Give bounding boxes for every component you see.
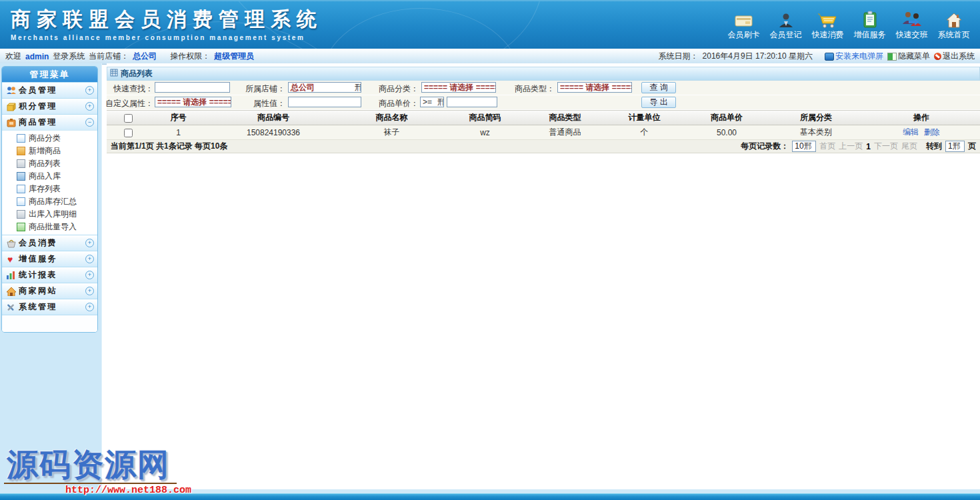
item-label: 商品列表 bbox=[29, 158, 61, 169]
collapse-icon: − bbox=[85, 118, 94, 127]
item-label: 库存列表 bbox=[29, 183, 61, 195]
app-title: 商家联盟会员消费管理系统 bbox=[11, 6, 323, 33]
sidebar-group-points[interactable]: 积分管理 + bbox=[2, 98, 97, 114]
attr-value-label: 属性值： bbox=[253, 98, 285, 109]
sidebar-group-reports[interactable]: 统计报表 + bbox=[2, 267, 97, 283]
watermark-title: 源码资源网 bbox=[4, 449, 177, 484]
members-icon bbox=[5, 85, 17, 95]
filter-row-1: 快速查找： 所属店铺： 总公司 邢 商品分类： ===== 请选择 ===== … bbox=[107, 81, 980, 95]
sidebar-menu: 管理菜单 会员管理 + 积分管理 + 商品管理 − bbox=[1, 66, 98, 333]
price-op-select[interactable]: >= 邢 bbox=[420, 97, 444, 107]
pagination-controls: 每页记录数： 10 邢 首页 上一页 1 下一页 尾页 转到 1 邢 页 bbox=[741, 141, 976, 152]
sidebar-item-in-out-detail[interactable]: 出库入库明细 bbox=[2, 208, 97, 221]
sidebar-item-new-goods[interactable]: 新增商品 bbox=[2, 145, 97, 157]
col-short-code: 商品简码 bbox=[443, 112, 527, 123]
expand-icon: + bbox=[85, 271, 94, 279]
item-label: 商品分类 bbox=[29, 133, 61, 144]
welcome-text: 欢迎 bbox=[5, 51, 21, 62]
cell-short-code: wz bbox=[443, 128, 527, 137]
store-select-value: 总公司 bbox=[291, 82, 315, 93]
login-text: 登录系统 bbox=[53, 51, 85, 62]
clipboard-icon bbox=[862, 9, 878, 29]
cell-unit: 个 bbox=[603, 127, 685, 138]
first-page-link[interactable]: 首页 bbox=[819, 141, 835, 152]
welcome-area: 欢迎 admin 登录系统 当前店铺： 总公司 操作权限： 超级管理员 bbox=[5, 51, 254, 62]
group-label: 会员管理 bbox=[19, 85, 85, 96]
app-header: 商家联盟会员消费管理系统 Merchants alliance member c… bbox=[0, 0, 980, 49]
sidebar-group-member-consume[interactable]: 会员消费 + bbox=[2, 235, 97, 251]
house-icon bbox=[5, 286, 17, 296]
last-page-link[interactable]: 尾页 bbox=[901, 141, 917, 152]
sidebar-group-system[interactable]: 系统管理 + bbox=[2, 299, 97, 315]
per-page-value: 10 bbox=[795, 141, 803, 151]
group-label: 积分管理 bbox=[19, 101, 85, 112]
cell-category: 基本类别 bbox=[768, 127, 864, 138]
goto-page-select[interactable]: 1 邢 bbox=[945, 141, 965, 152]
logout-button[interactable]: 退出系统 bbox=[934, 51, 975, 62]
goto-label: 转到 bbox=[926, 141, 942, 152]
expand-icon: + bbox=[85, 287, 94, 295]
sidebar-group-merchant-site[interactable]: 商家网站 + bbox=[2, 283, 97, 299]
per-page-select[interactable]: 10 邢 bbox=[792, 141, 816, 152]
custom-attr-select[interactable]: ===== 请选择 ===== 邢 bbox=[155, 97, 231, 107]
price-input[interactable] bbox=[447, 97, 497, 107]
col-name: 商品名称 bbox=[340, 112, 443, 123]
list-icon bbox=[17, 159, 25, 168]
category-select[interactable]: ===== 请选择 ===== 邢 bbox=[421, 82, 496, 93]
type-select[interactable]: ===== 请选择 ===== 邢 bbox=[557, 82, 632, 93]
group-label: 增值服务 bbox=[19, 253, 85, 265]
sidebar-group-members[interactable]: 会员管理 + bbox=[2, 82, 97, 98]
tab-goods-list: 商品列表 bbox=[121, 68, 153, 79]
hide-menu-label: 隐藏菜单 bbox=[898, 51, 930, 62]
next-page-link[interactable]: 下一页 bbox=[874, 141, 898, 152]
nav-label: 增值服务 bbox=[854, 29, 886, 41]
dropdown-arrow-glyph: 邢 bbox=[804, 141, 812, 151]
custom-attr-label: 自定义属性： bbox=[105, 98, 153, 109]
points-cube-icon bbox=[5, 101, 17, 111]
sidebar-item-goods-inbound[interactable]: 商品入库 bbox=[2, 170, 97, 183]
sidebar-group-goods[interactable]: 商品管理 − bbox=[2, 114, 97, 130]
sidebar-item-stock-list[interactable]: 库存列表 bbox=[2, 183, 97, 195]
edit-link[interactable]: 编辑 bbox=[903, 127, 919, 137]
truck-icon bbox=[17, 172, 25, 181]
nav-quick-shift-change[interactable]: 快速交班 bbox=[891, 9, 933, 41]
watermark-url: http://www.net188.com bbox=[65, 485, 191, 496]
select-all-checkbox[interactable] bbox=[124, 114, 133, 123]
cart-icon bbox=[818, 9, 838, 29]
install-popup-link[interactable]: 安装来电弹屏 bbox=[825, 51, 883, 62]
nav-system-home[interactable]: 系统首页 bbox=[933, 9, 975, 41]
query-button[interactable]: 查 询 bbox=[641, 82, 676, 93]
sidebar-item-batch-import[interactable]: 商品批量导入 bbox=[2, 221, 97, 233]
app-subtitle: Merchants alliance member consumption ma… bbox=[11, 34, 323, 41]
sidebar-item-stock-summary[interactable]: 商品库存汇总 bbox=[2, 195, 97, 208]
col-actions: 操作 bbox=[864, 112, 979, 123]
quick-find-input[interactable] bbox=[155, 82, 230, 93]
nav-member-register[interactable]: 会员登记 bbox=[765, 9, 807, 41]
header-nav: 会员刷卡 会员登记 快速消费 增值服务 bbox=[723, 9, 975, 41]
nav-member-swipe-card[interactable]: 会员刷卡 bbox=[723, 9, 765, 41]
row-checkbox[interactable] bbox=[124, 129, 133, 137]
delete-link[interactable]: 删除 bbox=[924, 127, 940, 137]
system-area: 系统日期： 2016年4月9日 17:20:10 星期六 安装来电弹屏 隐藏菜单… bbox=[659, 51, 975, 62]
doc-icon bbox=[17, 185, 25, 193]
store-select[interactable]: 总公司 邢 bbox=[288, 82, 361, 93]
nav-value-service[interactable]: 增值服务 bbox=[849, 9, 891, 41]
export-button[interactable]: 导 出 bbox=[641, 97, 676, 108]
username: admin bbox=[25, 52, 49, 61]
page: 商家联盟会员消费管理系统 Merchants alliance member c… bbox=[0, 0, 980, 500]
attr-value-input[interactable] bbox=[288, 97, 361, 107]
nav-label: 系统首页 bbox=[938, 29, 970, 41]
sidebar-item-goods-list[interactable]: 商品列表 bbox=[2, 157, 97, 170]
prev-page-link[interactable]: 上一页 bbox=[839, 141, 863, 152]
category-filter-label: 商品分类： bbox=[379, 83, 419, 95]
content-tab-bar: 商品列表 bbox=[107, 67, 980, 81]
current-page: 1 bbox=[866, 142, 871, 151]
sidebar-item-goods-category[interactable]: 商品分类 bbox=[2, 132, 97, 145]
hide-menu-button[interactable]: 隐藏菜单 bbox=[887, 51, 930, 62]
item-label: 新增商品 bbox=[29, 145, 61, 157]
nav-quick-consume[interactable]: 快速消费 bbox=[807, 9, 849, 41]
sidebar-group-value-service[interactable]: ♥ 增值服务 + bbox=[2, 251, 97, 267]
sidebar-footer bbox=[2, 315, 97, 332]
cell-seq: 1 bbox=[150, 128, 207, 137]
price-op-value: >= bbox=[423, 97, 432, 107]
